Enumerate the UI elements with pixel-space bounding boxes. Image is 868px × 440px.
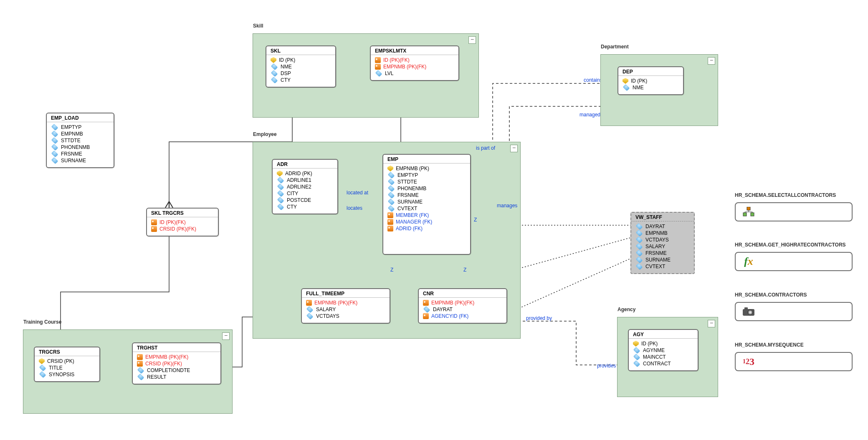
column-icon: [633, 354, 640, 361]
column-row: DAYRAT: [423, 306, 502, 313]
pk-icon: [387, 166, 393, 171]
entity-cnr[interactable]: CNR EMPNMB (PK)(FK)DAYRATAGENCYID (FK): [418, 288, 507, 324]
column-name: CRSID (PK): [47, 358, 74, 364]
column-row: SURNAME: [51, 157, 109, 164]
column-name: EMPNMB (PK)(FK): [145, 354, 188, 360]
column-name: SALARY: [316, 307, 336, 312]
column-name: FRSNME: [397, 192, 419, 198]
group-training[interactable]: Training Course − TRGCRS CRSID (PK)TITLE…: [23, 329, 233, 414]
group-agency[interactable]: Agency − AGY ID (PK)AGYNMEMAINCCTCONTRAC…: [617, 317, 718, 397]
entity-trghst[interactable]: TRGHST EMPNMB (PK)(FK)CRSID (PK)(FK)COMP…: [132, 342, 221, 385]
entity-emp-load[interactable]: EMP_LOAD EMPTYPEMPNMBSTTDTEPHONENMBFRSNM…: [46, 113, 114, 168]
column-name: VCTDAYS: [316, 313, 339, 319]
entity-full-timeemp[interactable]: FULL_TIMEEMP EMPNMB (PK)(FK)SALARYVCTDAY…: [301, 288, 390, 324]
entity-columns: EMPNMB (PK)EMPTYPSTTDTEPHONENMBFRSNMESUR…: [383, 163, 470, 235]
column-icon: [636, 263, 643, 270]
column-icon: [271, 63, 278, 70]
column-row: EMPTYP: [387, 172, 466, 179]
group-title: Employee: [253, 131, 277, 137]
column-name: DAYRAT: [645, 224, 665, 229]
entity-skl-trgcrs[interactable]: SKL TRGCRS ID (PK)(FK)CRSID (PK)(FK): [146, 208, 219, 236]
collapse-icon[interactable]: −: [222, 332, 230, 340]
column-name: EMPNMB (PK)(FK): [314, 300, 357, 306]
pk-icon: [271, 57, 276, 63]
column-icon: [277, 204, 284, 211]
collapse-icon[interactable]: −: [708, 57, 715, 65]
column-name: LVL: [385, 70, 393, 76]
column-row: FRSNME: [635, 250, 690, 256]
rel-locates: locates: [347, 205, 362, 211]
svg-rect-8: [747, 207, 750, 210]
fk-icon: [375, 64, 381, 70]
schema-func[interactable]: fx: [735, 252, 853, 271]
schema-snapshot[interactable]: [735, 302, 853, 321]
entity-adr[interactable]: ADR ADRID (PK)ADRLINE1ADRLINE2CITYPOSTCD…: [272, 159, 338, 214]
svg-rect-9: [743, 213, 747, 216]
column-row: EMPNMB: [51, 131, 109, 137]
fk-icon: [137, 354, 143, 360]
column-name: SURNAME: [397, 199, 423, 205]
pk-icon: [39, 358, 45, 364]
column-row: ID (PK)(FK): [151, 219, 214, 226]
rel-contains: contains: [584, 77, 602, 83]
column-name: PHONENMB: [61, 144, 90, 150]
column-row: EMPNMB (PK)(FK): [375, 63, 454, 70]
entity-agy[interactable]: AGY ID (PK)AGYNMEMAINCCTCONTRACT: [628, 329, 698, 371]
entity-empsklmtx[interactable]: EMPSKLMTX ID (PK)(FK)EMPNMB (PK)(FK)LVL: [370, 45, 459, 81]
column-row: AGYNME: [633, 347, 693, 354]
column-name: AGENCYID (FK): [431, 313, 468, 319]
column-row: CRSID (PK)(FK): [151, 226, 214, 232]
entity-title: DEP: [618, 67, 683, 76]
column-icon: [137, 374, 144, 381]
entity-skl[interactable]: SKL ID (PK)NMEDSPCTY: [266, 45, 336, 88]
entity-title: TRGHST: [133, 343, 220, 352]
collapse-icon[interactable]: −: [468, 36, 476, 44]
group-department[interactable]: Department − DEP ID (PK)NME: [600, 54, 718, 126]
column-row: MEMBER (FK): [387, 212, 466, 219]
entity-columns: EMPNMB (PK)(FK)SALARYVCTDAYS: [302, 298, 390, 323]
column-name: DSP: [281, 70, 291, 76]
column-row: EMPNMB (PK)(FK): [306, 299, 385, 306]
fk-icon: [423, 313, 429, 319]
schema-snap-title: HR_SCHEMA.CONTRACTORS: [735, 292, 807, 298]
sequence-icon: 123: [741, 356, 756, 367]
column-row: EMPNMB: [635, 230, 690, 236]
group-employee[interactable]: Employee − ADR ADRID (PK)ADRLINE1ADRLINE…: [253, 142, 521, 339]
hierarchy-icon: [741, 206, 756, 217]
column-name: SALARY: [645, 244, 665, 249]
column-row: LVL: [375, 70, 454, 77]
column-icon: [633, 360, 640, 367]
column-icon: [636, 256, 643, 264]
column-name: EMPNMB (PK)(FK): [383, 64, 426, 70]
column-name: CVTEXT: [645, 264, 665, 269]
column-icon: [51, 157, 58, 164]
entity-columns: ID (PK)NMEDSPCTY: [266, 55, 335, 87]
column-name: CRSID (PK)(FK): [159, 226, 196, 232]
column-name: STTDTE: [397, 179, 417, 185]
column-name: ADRID (PK): [285, 171, 312, 176]
schema-sequence[interactable]: 123: [735, 352, 853, 371]
column-row: CTY: [271, 77, 331, 83]
collapse-icon[interactable]: −: [708, 320, 715, 327]
group-title: Skill: [253, 23, 263, 29]
entity-columns: ID (PK)(FK)CRSID (PK)(FK): [147, 217, 218, 236]
group-skill[interactable]: Skill − SKL ID (PK)NMEDSPCTY EMPSKLMTX I…: [253, 33, 479, 118]
entity-dep[interactable]: DEP ID (PK)NME: [617, 66, 684, 95]
schema-proc[interactable]: [735, 202, 853, 221]
column-name: ADRLINE1: [287, 177, 311, 183]
column-icon: [423, 306, 430, 313]
collapse-icon[interactable]: −: [510, 145, 518, 152]
view-vw-staff[interactable]: VW_STAFF DAYRATEMPNMBVCTDAYSSALARYFRSNME…: [630, 212, 695, 274]
column-icon: [636, 230, 643, 237]
column-name: CRSID (PK)(FK): [145, 361, 182, 367]
column-icon: [39, 365, 46, 372]
column-row: PHONENMB: [387, 185, 466, 192]
column-row: EMPNMB (PK)(FK): [137, 354, 216, 360]
entity-trgcrs[interactable]: TRGCRS CRSID (PK)TITLESYNOPSIS: [34, 347, 100, 382]
entity-columns: EMPTYPEMPNMBSTTDTEPHONENMBFRSNMESURNAME: [47, 122, 114, 167]
column-name: VCTDAYS: [645, 237, 669, 243]
entity-emp[interactable]: EMP EMPNMB (PK)EMPTYPSTTDTEPHONENMBFRSNM…: [382, 154, 471, 255]
column-row: CITY: [277, 190, 333, 197]
column-icon: [636, 236, 643, 244]
column-row: ADRLINE2: [277, 184, 333, 190]
